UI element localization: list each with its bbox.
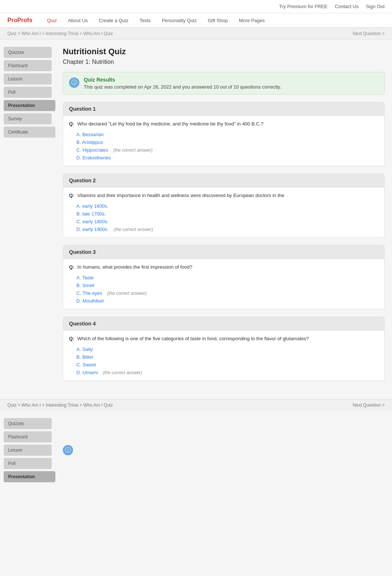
nav-more[interactable]: More Pages xyxy=(239,18,265,23)
question-3-text: Q: In humans, what provides the first im… xyxy=(69,264,378,270)
nav-quiz[interactable]: Quiz xyxy=(47,18,57,23)
bottom-section: Quizzes Flashcard Lesson Poll Presentati… xyxy=(0,411,392,490)
sidebar-item-lesson[interactable]: Lesson xyxy=(4,73,52,84)
chapter-title: Chapter 1: Nutrition xyxy=(63,59,385,65)
question-2-text: Q: Vitamins and their importance in heal… xyxy=(69,193,378,198)
q2-option-a: A. early 1600s. xyxy=(76,203,378,209)
question-block-2: Question 2 Q: Vitamins and their importa… xyxy=(63,173,385,238)
quiz-results-subtitle: This quiz was completed on Apr 26, 2022 … xyxy=(84,84,281,90)
page-container: Quizzes Flashcard Lesson Poll Presentati… xyxy=(0,39,392,396)
top-bar: Try Premium for FREE Contact Us Sign Out xyxy=(0,0,392,13)
q1-label: Q: xyxy=(69,121,74,127)
nav-tests[interactable]: Tests xyxy=(140,18,151,23)
question-1-header: Question 1 xyxy=(63,102,384,116)
quiz-results-icon: ⓘ xyxy=(69,77,79,88)
q2-label: Q: xyxy=(69,193,74,198)
q1-option-d: D. Eratosthenes xyxy=(76,155,378,161)
q4-option-d: D. Umami (the correct answer) xyxy=(76,370,378,375)
main-nav: ProProfs Quiz About Us Create a Quiz Tes… xyxy=(0,13,392,28)
question-4-body: Q: Which of the following is one of the … xyxy=(63,331,384,380)
bottom-sidebar-poll[interactable]: Poll xyxy=(4,458,52,469)
q1-content: Who declared "Let thy food be thy medici… xyxy=(77,121,263,127)
bottom-sidebar-presentation[interactable]: Presentation xyxy=(4,471,55,482)
sidebar-item-poll[interactable]: Poll xyxy=(4,87,52,98)
question-1-text: Q: Who declared "Let thy food be thy med… xyxy=(69,121,378,127)
nav-giftshop[interactable]: Gift Shop xyxy=(208,18,228,23)
sidebar-item-flashcard[interactable]: Flashcard xyxy=(4,60,52,71)
q4-content: Which of the following is one of the fiv… xyxy=(77,336,309,341)
contact-us-link[interactable]: Contact Us xyxy=(335,4,358,9)
q3-label: Q: xyxy=(69,264,74,270)
breadcrumb-left: Quiz > Who Am I > Interesting Trivia > W… xyxy=(7,31,113,36)
q4-options: A. Salty B. Bitter C. Sweet D. Umami (th… xyxy=(69,346,378,375)
sidebar-item-quizzes[interactable]: Quizzes xyxy=(4,47,52,58)
q3-options: A. Taste B. Smell C. The eyes (the corre… xyxy=(69,275,378,304)
sidebar-item-presentation[interactable]: Presentation xyxy=(4,100,55,111)
q3-content: In humans, what provides the first impre… xyxy=(77,264,192,270)
question-2-header: Question 2 xyxy=(63,174,384,187)
bottom-sidebar: Quizzes Flashcard Lesson Poll Presentati… xyxy=(0,414,55,486)
bottom-sidebar-quizzes[interactable]: Quizzes xyxy=(4,418,52,429)
q4-option-b: B. Bitter xyxy=(76,354,378,360)
question-3-header: Question 3 xyxy=(63,245,384,259)
q2-option-c: C. early 1800s. xyxy=(76,219,378,224)
quiz-results-title: Quiz Results xyxy=(84,77,281,83)
q4-option-c: C. Sweet xyxy=(76,362,378,368)
bottom-breadcrumb-bar: Quiz > Who Am I > Interesting Trivia > W… xyxy=(0,399,392,411)
page-title: Nutritionist Quiz xyxy=(63,47,385,56)
quiz-results-text: Quiz Results This quiz was completed on … xyxy=(84,77,281,90)
q1-option-a: A. Bessarian xyxy=(76,132,378,137)
bottom-breadcrumb-right[interactable]: Next Question > xyxy=(353,403,385,408)
q3-correct-label: (the correct answer) xyxy=(107,291,147,296)
question-4-header: Question 4 xyxy=(63,317,384,331)
question-block-1: Question 1 Q: Who declared "Let thy food… xyxy=(63,102,385,166)
main-content: Nutritionist Quiz Chapter 1: Nutrition ⓘ… xyxy=(55,43,392,392)
bottom-sidebar-lesson[interactable]: Lesson xyxy=(4,445,52,456)
q2-correct-label: (the correct answer) xyxy=(114,227,153,232)
question-4-text: Q: Which of the following is one of the … xyxy=(69,336,378,341)
sign-out-link[interactable]: Sign Out xyxy=(366,4,385,9)
question-block-3: Question 3 Q: In humans, what provides t… xyxy=(63,245,385,309)
breadcrumb-right[interactable]: Next Question > xyxy=(353,31,385,36)
question-3-body: Q: In humans, what provides the first im… xyxy=(63,259,384,309)
q3-option-d: D. Mouthfeel xyxy=(76,298,378,304)
q1-option-b: B. Aristippus xyxy=(76,139,378,145)
q2-option-b: B. late 1700s. xyxy=(76,211,378,217)
q1-option-c: C. Hippocrates (the correct answer) xyxy=(76,147,378,153)
question-1-body: Q: Who declared "Let thy food be thy med… xyxy=(63,116,384,166)
q4-label: Q: xyxy=(69,336,74,341)
nav-create[interactable]: Create a Quiz xyxy=(99,18,128,23)
breadcrumb-bar: Quiz > Who Am I > Interesting Trivia > W… xyxy=(0,28,392,39)
q3-option-a: A. Taste xyxy=(76,275,378,280)
q1-correct-label: (the correct answer) xyxy=(113,148,153,153)
question-2-body: Q: Vitamins and their importance in heal… xyxy=(63,187,384,237)
sidebar: Quizzes Flashcard Lesson Poll Presentati… xyxy=(0,43,55,392)
q2-options: A. early 1600s. B. late 1700s. C. early … xyxy=(69,203,378,232)
bottom-main: ⓘ xyxy=(55,414,392,486)
q2-content: Vitamins and their importance in health … xyxy=(77,193,284,198)
q3-option-b: B. Smell xyxy=(76,283,378,288)
bottom-breadcrumb-left: Quiz > Who Am I > Interesting Trivia > W… xyxy=(7,403,113,408)
q1-options: A. Bessarian B. Aristippus C. Hippocrate… xyxy=(69,132,378,161)
q3-option-c: C. The eyes (the correct answer) xyxy=(76,290,378,296)
q2-option-d: D. early 1900s. (the correct answer) xyxy=(76,227,378,232)
bottom-info-icon: ⓘ xyxy=(63,445,73,455)
site-logo: ProProfs xyxy=(7,17,32,24)
bottom-sidebar-flashcard[interactable]: Flashcard xyxy=(4,431,52,442)
sidebar-item-survey[interactable]: Survey xyxy=(4,113,52,124)
nav-personality[interactable]: Personality Quiz xyxy=(162,18,197,23)
q4-option-a: A. Salty xyxy=(76,346,378,352)
question-block-4: Question 4 Q: Which of the following is … xyxy=(63,317,385,381)
try-premium-link[interactable]: Try Premium for FREE xyxy=(279,4,327,9)
q4-correct-label: (the correct answer) xyxy=(103,370,142,375)
sidebar-item-certificate[interactable]: Certificate xyxy=(4,127,55,138)
nav-about[interactable]: About Us xyxy=(68,18,87,23)
quiz-results-banner: ⓘ Quiz Results This quiz was completed o… xyxy=(63,72,385,94)
